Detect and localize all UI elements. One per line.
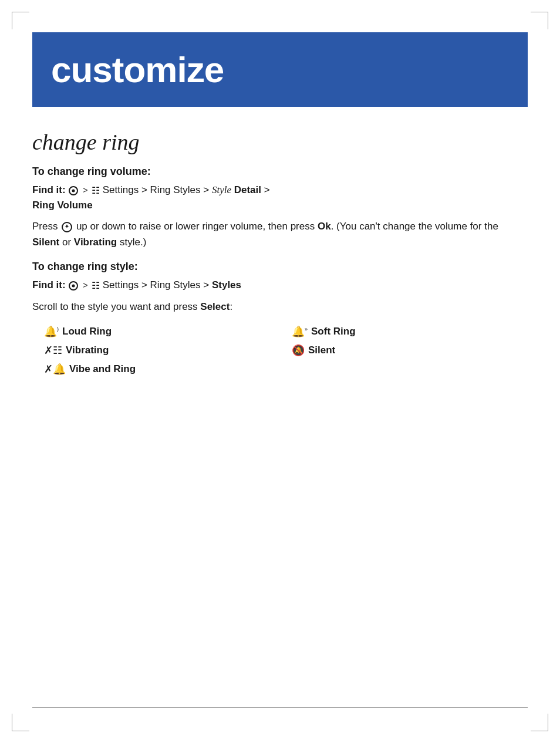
style-item-vibrating: ✗☷ Vibrating bbox=[44, 344, 280, 357]
corner-mark-tr bbox=[531, 12, 548, 29]
page-bottom-divider bbox=[32, 707, 528, 708]
subheading-ring-volume: To change ring volume: bbox=[32, 166, 528, 178]
nav-center-button-icon bbox=[69, 186, 78, 195]
corner-mark-tl bbox=[12, 12, 29, 29]
style-item-loud-ring: 🔔) Loud Ring bbox=[44, 325, 280, 338]
loud-ring-icon: 🔔) bbox=[44, 325, 59, 338]
settings-path-style: Settings > Ring Styles > Styles bbox=[103, 279, 241, 291]
settings-label: Settings > Ring Styles > bbox=[103, 184, 212, 195]
find-it-volume: Find it: > ☷ Settings > Ring Styles > St… bbox=[32, 183, 528, 212]
silent-label: Silent bbox=[308, 345, 335, 356]
corner-mark-bl bbox=[12, 714, 29, 731]
header-band: customize bbox=[32, 32, 528, 107]
style-item-vibe-ring: ✗🔔 Vibe and Ring bbox=[44, 363, 280, 376]
corner-mark-br bbox=[531, 714, 548, 731]
nav-arrow-icon: > bbox=[83, 184, 87, 197]
style-item-silent: 🔕 Silent bbox=[292, 344, 528, 357]
subsection-ring-style: To change ring style: Find it: > ☷ Setti… bbox=[32, 261, 528, 376]
soft-ring-icon: 🔔» bbox=[292, 325, 308, 338]
vibrating-label: Vibrating bbox=[66, 345, 109, 356]
style-item-soft-ring: 🔔» Soft Ring bbox=[292, 325, 528, 338]
subsection-ring-volume: To change ring volume: Find it: > ☷ Sett… bbox=[32, 166, 528, 250]
find-it-label: Find it: bbox=[32, 184, 66, 195]
find-it-style: Find it: > ☷ Settings > Ring Styles > St… bbox=[32, 278, 528, 293]
nav-arrow-icon-2: > bbox=[83, 279, 87, 292]
body-text-style: Scroll to the style you want and press S… bbox=[32, 299, 528, 315]
nav-center-button-icon-2 bbox=[69, 281, 78, 291]
vibrating-icon: ✗☷ bbox=[44, 344, 62, 357]
vibe-ring-label: Vibe and Ring bbox=[69, 363, 136, 375]
settings-grid-icon: ☷ bbox=[92, 184, 100, 198]
silent-icon: 🔕 bbox=[292, 344, 305, 357]
settings-grid-icon-2: ☷ bbox=[92, 279, 100, 293]
find-it-label-2: Find it: bbox=[32, 279, 66, 291]
soft-ring-label: Soft Ring bbox=[311, 326, 356, 337]
style-label-italic: Style bbox=[212, 184, 231, 195]
section-heading: change ring bbox=[32, 129, 528, 155]
styles-grid: 🔔) Loud Ring 🔔» Soft Ring ✗☷ Vibrating 🔕… bbox=[44, 325, 528, 376]
loud-ring-label: Loud Ring bbox=[62, 326, 112, 337]
vibe-ring-icon: ✗🔔 bbox=[44, 363, 66, 376]
main-content: change ring To change ring volume: Find … bbox=[32, 107, 528, 393]
subheading-ring-style: To change ring style: bbox=[32, 261, 528, 273]
page-title: customize bbox=[51, 49, 224, 90]
body-text-volume: Press ✦ up or down to raise or lower rin… bbox=[32, 218, 528, 250]
